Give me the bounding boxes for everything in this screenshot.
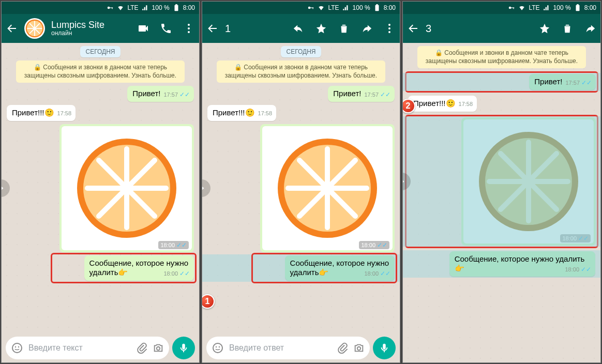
image-attachment[interactable] xyxy=(262,126,393,250)
svg-point-31 xyxy=(18,346,19,347)
reply-button[interactable] xyxy=(292,22,305,35)
read-ticks-icon: ✓✓ xyxy=(176,241,187,249)
date-chip: СЕГОДНЯ xyxy=(80,46,120,57)
message-row-out-1[interactable]: Привет! 17:57✓✓ xyxy=(7,86,194,102)
forward-button[interactable] xyxy=(360,22,373,35)
encryption-notice[interactable]: 🔒 Сообщения и звонки в данном чате тепер… xyxy=(16,60,185,83)
message-text: Привет!!!🙂 xyxy=(213,108,255,117)
chat-area[interactable]: 🔒 Сообщения и звонки в данном чате тепер… xyxy=(403,43,600,362)
mic-button[interactable] xyxy=(172,337,195,359)
delete-button[interactable] xyxy=(561,22,574,35)
key-icon xyxy=(508,4,515,11)
chat-area[interactable]: СЕГОДНЯ 🔒 Сообщения и звонки в данном ча… xyxy=(2,43,199,333)
svg-rect-4 xyxy=(175,4,177,5)
back-button[interactable] xyxy=(6,22,18,35)
attach-icon[interactable] xyxy=(337,342,348,354)
contact-avatar[interactable] xyxy=(24,18,45,39)
message-text: Привет!!!🙂 xyxy=(12,108,54,117)
signal-icon xyxy=(543,4,550,11)
star-button[interactable] xyxy=(315,22,327,35)
input-bar: Введите ответ xyxy=(202,333,400,362)
svg-rect-39 xyxy=(376,4,378,5)
wifi-icon xyxy=(318,4,325,11)
svg-point-32 xyxy=(157,347,160,350)
clock-label: 8:00 xyxy=(183,4,195,11)
read-ticks-icon: ✓✓ xyxy=(581,266,591,274)
svg-rect-58 xyxy=(383,344,386,350)
message-row-in-1[interactable]: Привет!!!🙂17:58 xyxy=(207,105,395,121)
message-row-in-1[interactable]: Привет!!!🙂17:58 xyxy=(408,96,595,112)
encryption-notice[interactable]: 🔒 Сообщения и звонки в данном чате тепер… xyxy=(217,60,385,83)
encryption-notice[interactable]: 🔒 Сообщения и звонки в данном чате тепер… xyxy=(417,46,586,68)
message-row-image[interactable]: 18:00✓✓ xyxy=(207,124,395,252)
key-icon xyxy=(307,4,314,11)
phone-panel-2: LTE 100 % 8:00 1 СЕГОДНЯ 🔒 Сообщения и з… xyxy=(202,1,400,363)
selection-app-bar: 1 xyxy=(202,14,400,43)
selected-image-row[interactable]: 18:00✓✓ xyxy=(403,116,600,247)
message-row-in-1[interactable]: Привет!!!🙂 17:58 xyxy=(7,105,194,121)
menu-button[interactable] xyxy=(383,22,396,35)
message-row-out-1[interactable]: Привет!17:57✓✓ xyxy=(207,86,395,102)
message-input[interactable]: Введите текст xyxy=(6,337,169,359)
svg-rect-3 xyxy=(174,5,178,11)
camera-icon[interactable] xyxy=(353,342,365,354)
emoji-icon[interactable] xyxy=(11,342,23,354)
svg-rect-37 xyxy=(313,7,313,9)
date-chip: СЕГОДНЯ xyxy=(281,46,321,57)
image-attachment[interactable] xyxy=(463,119,594,244)
svg-point-65 xyxy=(479,132,578,231)
selected-message-row[interactable]: Сообщение, которое нужно удалить👉 18:00✓… xyxy=(202,254,400,282)
svg-point-15 xyxy=(188,24,190,26)
camera-icon[interactable] xyxy=(153,342,164,354)
clock-label: 8:00 xyxy=(384,4,396,11)
svg-point-57 xyxy=(357,347,360,350)
image-attachment[interactable] xyxy=(62,126,192,250)
message-text: Привет! xyxy=(534,77,562,86)
message-time: 18:00 xyxy=(364,270,379,278)
svg-point-53 xyxy=(321,182,334,194)
lte-label: LTE xyxy=(328,4,339,11)
lte-label: LTE xyxy=(529,4,539,11)
message-row-out-2[interactable]: Сообщение, которое нужно удалить👉 18:00✓… xyxy=(7,255,194,281)
selected-message-row[interactable]: Сообщение, которое нужно удалить👉 18:00✓… xyxy=(403,250,600,278)
contact-title[interactable]: Lumpics Site онлайн xyxy=(51,20,131,37)
status-bar: LTE 100 % 8:00 xyxy=(202,2,400,14)
svg-point-66 xyxy=(485,138,572,225)
chat-area[interactable]: СЕГОДНЯ 🔒 Сообщения и звонки в данном ча… xyxy=(202,43,400,333)
message-input[interactable]: Введите ответ xyxy=(206,337,370,359)
back-button[interactable] xyxy=(206,22,219,35)
attach-icon[interactable] xyxy=(136,342,147,354)
mic-button[interactable] xyxy=(373,337,396,359)
svg-point-0 xyxy=(108,7,110,9)
video-call-button[interactable] xyxy=(137,22,149,35)
emoji-icon[interactable] xyxy=(212,342,224,354)
svg-rect-64 xyxy=(577,4,579,5)
message-time: 18:00 xyxy=(565,266,579,274)
message-time: 17:58 xyxy=(459,101,473,108)
signal-icon xyxy=(142,4,149,11)
selected-message-row[interactable]: Привет!17:57✓✓ xyxy=(403,73,600,91)
message-time: 17:58 xyxy=(57,110,72,117)
star-button[interactable] xyxy=(538,22,551,35)
contact-presence: онлайн xyxy=(51,30,131,37)
forward-chip-icon[interactable] xyxy=(2,179,10,197)
wifi-icon xyxy=(518,4,525,11)
voice-call-button[interactable] xyxy=(160,22,172,35)
image-time: 18:00 xyxy=(361,242,375,248)
forward-chip-icon[interactable] xyxy=(202,179,210,197)
selection-count: 3 xyxy=(426,23,532,35)
svg-point-28 xyxy=(121,182,133,194)
forward-button[interactable] xyxy=(584,22,596,35)
battery-icon xyxy=(173,4,180,11)
svg-rect-33 xyxy=(182,344,185,350)
clock-label: 8:00 xyxy=(584,4,596,11)
menu-button[interactable] xyxy=(183,22,195,35)
svg-point-42 xyxy=(388,31,390,33)
read-ticks-icon: ✓✓ xyxy=(380,270,390,278)
key-icon xyxy=(107,4,114,11)
message-row-image[interactable]: 18:00✓✓ xyxy=(7,124,194,252)
image-time: 18:00 xyxy=(160,242,175,248)
forward-chip-icon[interactable] xyxy=(403,173,411,190)
back-button[interactable] xyxy=(407,22,419,35)
delete-button[interactable] xyxy=(338,22,350,35)
